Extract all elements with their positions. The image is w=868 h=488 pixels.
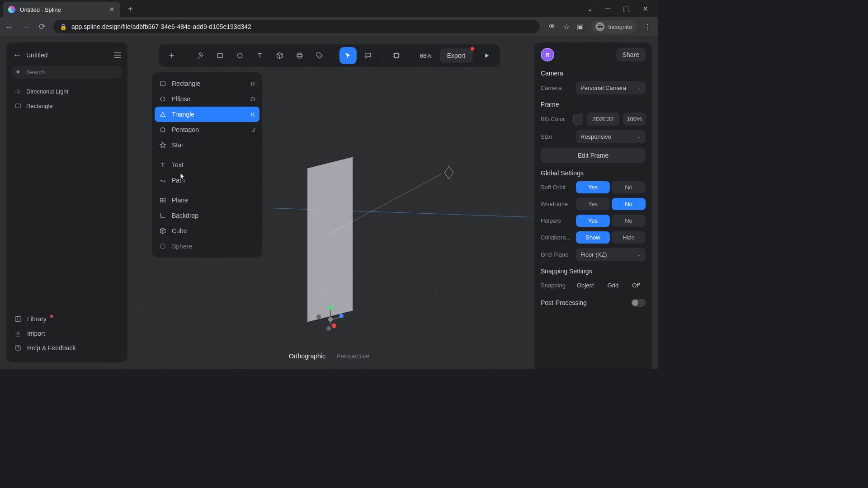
collab-hide[interactable]: Hide [612,231,646,244]
soft-orbit-label: Soft Orbit [541,184,572,191]
incognito-badge[interactable]: 🕶 Incognito [591,20,637,33]
bookmark-star-icon[interactable]: ☆ [563,23,570,31]
new-tab-button[interactable]: + [124,3,137,15]
menu-item-pentagon[interactable]: Pentagon J [155,122,259,137]
search-input[interactable]: Search [12,66,122,79]
close-window-icon[interactable]: ✕ [642,5,648,13]
tag-tool-button[interactable] [311,47,328,64]
helpers-yes[interactable]: Yes [576,215,610,227]
export-button[interactable]: Export [440,48,472,63]
axis-gizmo[interactable] [316,305,344,333]
opacity-value: 100% [627,116,642,122]
orthographic-option[interactable]: Orthographic [289,352,326,360]
import-button[interactable]: Import [12,326,122,341]
notification-dot [470,47,474,51]
hex-input[interactable]: 2D2E32 [587,113,619,126]
ellipse-tool-button[interactable] [231,47,249,64]
grid-plane-dropdown[interactable]: Floor (XZ) ⌄ [576,248,646,261]
svg-rect-9 [394,54,398,58]
camera-dropdown[interactable]: Personal Camera ⌄ [576,81,646,94]
snapping-row: Snapping Object Grid Off [541,279,646,291]
menu-item-path[interactable]: Path [155,173,259,188]
menu-item-triangle[interactable]: Triangle K [155,107,259,122]
avatar-letter: R [545,52,549,58]
reload-icon[interactable]: ⟳ [37,22,47,32]
left-panel-header: ← Untitled [6,47,127,66]
layer-item-rectangle[interactable]: Rectangle [12,99,122,113]
extensions-icon[interactable]: ▣ [577,23,584,31]
kebab-menu-icon[interactable]: ⋮ [644,23,651,31]
incognito-label: Incognito [608,23,632,30]
import-icon [14,330,22,337]
menu-label: Star [172,141,184,149]
add-button[interactable] [163,47,180,64]
wireframe-label: Wireframe [541,201,572,207]
shortcut-label: K [251,111,255,118]
edit-frame-button[interactable]: Edit Frame [541,148,646,163]
menu-item-text[interactable]: Text [155,157,259,173]
svg-rect-5 [218,54,223,58]
forward-icon[interactable]: → [21,22,31,32]
share-button[interactable]: Share [616,48,646,61]
separator [382,50,382,61]
zoom-level[interactable]: 66% [416,52,435,59]
shape-dropdown-menu: Rectangle R Ellipse O Triangle K Pentago… [152,72,262,258]
back-icon[interactable]: ← [5,22,14,32]
size-dropdown[interactable]: Responsive ⌄ [576,130,646,143]
wireframe-no[interactable]: No [612,198,646,210]
play-button[interactable] [478,47,495,64]
minimize-icon[interactable]: ─ [605,5,610,13]
text-tool-button[interactable] [251,47,269,64]
browser-tab[interactable]: Untitled · Spline ✕ [3,2,120,17]
cube-tool-button[interactable] [271,47,288,64]
menu-icon[interactable] [114,52,121,58]
select-tool-button[interactable] [340,47,357,64]
layer-item-directional-light[interactable]: Directional Light [12,84,122,99]
rectangle-tool-button[interactable] [212,47,229,64]
post-processing-toggle[interactable] [631,299,646,307]
library-button[interactable]: Library [12,312,122,326]
pen-tool-button[interactable] [192,47,209,64]
comment-tool-button[interactable] [359,47,377,64]
helpers-no[interactable]: No [612,215,646,227]
help-button[interactable]: Help & Feedback [12,341,122,355]
snapping-object[interactable]: Object [571,279,599,291]
perspective-option[interactable]: Perspective [336,352,369,360]
wireframe-yes[interactable]: Yes [576,198,610,210]
star-icon [159,141,166,149]
help-icon [14,344,22,352]
menu-item-plane[interactable]: Plane [155,192,259,208]
project-title[interactable]: Untitled [26,52,47,59]
menu-item-rectangle[interactable]: Rectangle R [155,76,259,91]
back-arrow-icon[interactable]: ← [13,50,22,60]
opacity-input[interactable]: 100% [623,113,646,126]
show-label: Show [585,234,600,241]
maximize-icon[interactable]: ▢ [623,5,630,13]
collab-show[interactable]: Show [576,231,610,244]
off-label: Off [632,282,640,289]
snapping-off[interactable]: Off [627,279,645,291]
menu-item-backdrop[interactable]: Backdrop [155,208,259,223]
sphere-tool-button[interactable] [291,47,308,64]
tab-search-icon[interactable]: ⌄ [587,5,593,13]
scene-rectangle-object[interactable] [307,157,353,322]
soft-orbit-no[interactable]: No [612,181,646,193]
close-tab-icon[interactable]: ✕ [109,5,115,14]
soft-orbit-yes[interactable]: Yes [576,181,610,193]
eye-blocked-icon[interactable]: 👁 [549,23,556,31]
post-processing-row: Post-Processing [541,299,646,307]
menu-item-cube[interactable]: Cube [155,223,259,239]
grid-plane-row: Grid Plane Floor (XZ) ⌄ [541,248,646,261]
menu-item-sphere[interactable]: Sphere [155,239,259,254]
right-panel-header: R Share [541,48,646,61]
user-avatar[interactable]: R [541,48,554,61]
backdrop-icon [159,212,166,219]
color-swatch[interactable] [573,114,583,125]
menu-label: Pentagon [172,126,199,133]
frame-tool-button[interactable] [388,47,405,64]
menu-item-ellipse[interactable]: Ellipse O [155,91,259,107]
address-bar[interactable]: 🔒 app.spline.design/file/adbfb567-34e6-4… [53,20,540,33]
directional-light-gizmo[interactable] [444,166,454,179]
menu-item-star[interactable]: Star [155,137,259,153]
snapping-grid[interactable]: Grid [602,279,624,291]
